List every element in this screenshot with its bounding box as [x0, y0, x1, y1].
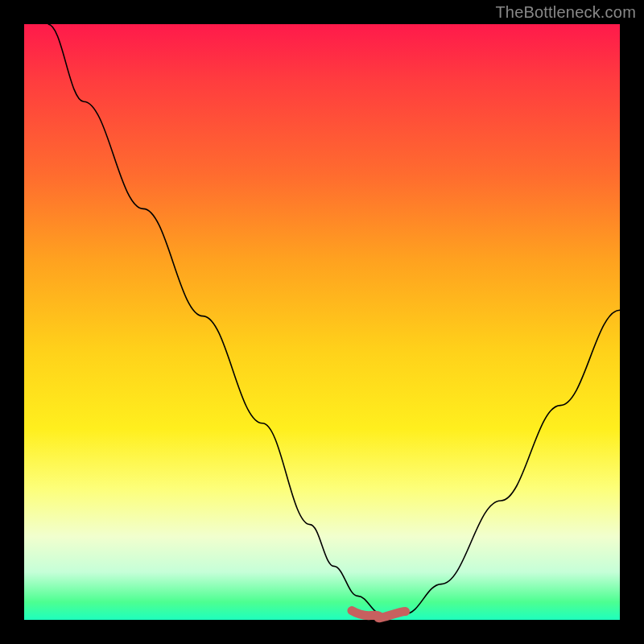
chart-svg — [24, 24, 620, 620]
optimal-zone-highlight — [352, 611, 406, 618]
watermark-text: TheBottleneck.com — [495, 3, 636, 22]
chart-plot-area — [24, 24, 620, 620]
bottleneck-curve-line — [48, 24, 620, 617]
